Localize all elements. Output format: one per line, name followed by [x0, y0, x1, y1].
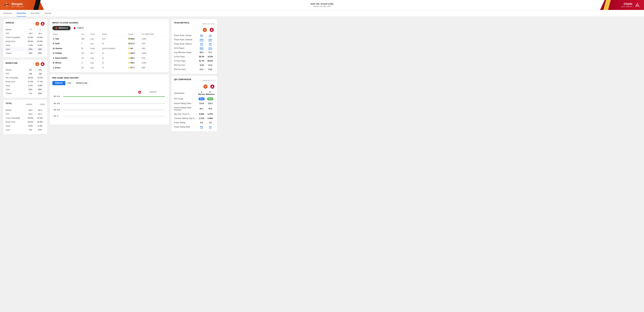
toggle-chiefs-icon — [74, 27, 76, 29]
spread-row: Break Even 49.4% 49.4% — [6, 40, 45, 44]
qb-bengals-rank[interactable]: 5th — [200, 126, 203, 128]
qb-row-label: PFF Grade — [174, 98, 197, 100]
metrics-bengals-rank[interactable]: 20th — [200, 39, 204, 41]
qb-comparison-card: QB COMPARISON Ranks out of 32 B Quarterb… — [172, 76, 217, 131]
ml-row-chiefs: -6.9% — [35, 85, 45, 87]
nav-best-bets[interactable]: Best Bets — [31, 10, 40, 17]
metrics-bengals-rank[interactable]: 28th — [200, 47, 204, 50]
total-header: TOTAL UNDER OVER — [6, 102, 45, 106]
col-injury: Injury — [90, 33, 102, 37]
bengals-toggle-btn[interactable]: BENGALS — [52, 26, 71, 30]
nav-lineups[interactable]: Lineups — [44, 10, 52, 17]
qb-chiefs-val: 112.3 — [208, 102, 212, 105]
moneyline-card: MONEYLINE B Market 267 -341 PFF 236 -236 — [3, 60, 47, 98]
ml-row-bengals: 27.2% — [26, 81, 35, 83]
total-title: TOTAL — [6, 102, 12, 105]
metrics-chiefs-val: 0.22 — [208, 68, 212, 71]
qb-row: Power Rating Rank 5th 1st — [174, 125, 214, 129]
grade-dot-icon — [128, 57, 130, 59]
metrics-row-label: EPA Per Run — [174, 64, 197, 66]
injury-grade: 67.3 — [128, 41, 141, 46]
metrics-chiefs-rank[interactable]: 1st — [209, 34, 212, 37]
metrics-chiefs-val: -0.11 — [208, 64, 212, 66]
ml-row: Value 2.3% -6.9% — [6, 84, 45, 88]
left-column: SPREAD B Market +7 -7 PFF +6.4 -6.4 — [3, 19, 47, 134]
grade-dot-icon — [128, 62, 130, 64]
qb-chiefs-rank[interactable]: 1st — [209, 126, 212, 128]
metrics-bengals-rank[interactable]: 3rd — [200, 43, 203, 46]
injury-grade: 62.8 — [128, 51, 141, 56]
spread-row-chiefs: 66% — [35, 52, 45, 54]
svg-text:B: B — [205, 86, 206, 88]
qb-bengals: 91.1 — [197, 108, 206, 110]
moneyline-header: MONEYLINE B — [6, 62, 45, 66]
chart-green-line-1 — [63, 96, 165, 97]
metrics-chiefs-rank[interactable]: 4th — [209, 43, 212, 46]
ml-row-chiefs: 93% — [35, 92, 45, 95]
ml-row-label: Break Even — [6, 81, 26, 83]
metrics-bengals-val: 65.5 — [200, 51, 204, 54]
spread-row-bengals: +6.4 — [26, 33, 35, 35]
nav-greenline[interactable]: Greenline — [17, 10, 26, 17]
qb-bengals-icon: B — [203, 84, 208, 89]
injury-war-rank: 43rd — [141, 41, 166, 46]
injury-grade: 69.6 — [128, 36, 141, 41]
metrics-row-label: % Pass Plays — [174, 60, 197, 62]
odds-spread-btn[interactable]: SPREAD — [52, 81, 65, 85]
metrics-chiefs-rank[interactable]: 12th — [208, 47, 212, 50]
qb-chiefs-grade-badge: 80.9 — [207, 97, 213, 100]
metrics-bengals: 28th — [197, 47, 206, 49]
col-pos: Pos — [81, 33, 90, 37]
spread-row-chiefs: -6.8% — [35, 44, 45, 47]
injury-player: R. Reiff — [52, 41, 81, 46]
injury-pos: LB — [81, 65, 90, 70]
nav-summary[interactable]: Summary — [3, 10, 12, 17]
metrics-row: EPA Per Run -0.16 -0.11 — [174, 63, 214, 67]
metrics-chiefs-val: 68.0% — [208, 60, 213, 62]
right-column: TEAM METRICS Ranks out of 32 B Power Ran… — [172, 19, 217, 134]
odds-ml-btn[interactable]: MONEYLINE — [74, 81, 90, 85]
spread-row-bengals: 51.8% — [26, 36, 35, 39]
injury-row: R. Reiff T Leg IR 67.3 43rd — [52, 41, 166, 46]
metrics-row: Avg Offensive Snaps 65.5 71.7 — [174, 50, 214, 55]
injury-pos: LB — [81, 56, 90, 61]
ml-row-chiefs: 77.1% — [35, 81, 45, 83]
metrics-chiefs-rank[interactable]: 13th — [208, 39, 212, 41]
spread-row-label: Cover Probability — [6, 36, 26, 39]
moneyline-table: Market 267 -341 PFF 236 -236 Win Probabi… — [6, 68, 45, 95]
ml-row-bengals: 236 — [26, 73, 35, 75]
metrics-logos: B — [174, 28, 214, 32]
qb-chiefs-val: 75.2 — [208, 108, 212, 110]
injury-row: A. Davis-Gaither LB Leg IR 60.2 67th — [52, 56, 166, 61]
metrics-bengals-val: 0.11 — [200, 68, 204, 71]
moneyline-title: MONEYLINE — [6, 62, 18, 64]
injury-player: D. Phillips — [52, 51, 81, 56]
ml-row: Break Even 27.2% 77.1% — [6, 80, 45, 84]
injury-type: Leg — [90, 56, 102, 61]
total-row-over: 54.5 — [35, 109, 45, 111]
total-row-over: 52.4% — [35, 121, 45, 123]
chiefs-toggle-btn[interactable]: CHIEFS — [71, 26, 86, 30]
qb-ranks-label: Ranks out of 32 — [202, 80, 214, 81]
metrics-chiefs: 32.0% — [206, 56, 214, 58]
metrics-row-label: Power Rank: Overall — [174, 34, 197, 37]
bengals-header: B Bengals 12-7 • ATS 12-7 — [0, 2, 34, 9]
qb-bengals: 5.06% — [197, 113, 206, 115]
injury-row: D. Phillips CB Arm IR 62.8 149th — [52, 51, 166, 56]
metrics-chiefs-val: 32.0% — [208, 56, 213, 58]
qb-bengals-val: 6.5 — [200, 122, 203, 124]
spread-row-label: Break Even — [6, 40, 26, 43]
ml-bengals-icon: B — [35, 62, 39, 66]
odds-ou-btn[interactable]: O/U — [65, 81, 74, 85]
metrics-chiefs: 68.0% — [206, 60, 214, 62]
qb-chiefs: 80.9 — [206, 97, 214, 100]
spread-row-label: PFF — [6, 33, 26, 35]
metrics-chiefs: 12th — [206, 47, 214, 49]
metrics-bengals-rank[interactable]: 8th — [200, 34, 203, 37]
chiefs-name: Chiefs — [621, 2, 632, 6]
grade-dot-icon — [128, 48, 130, 49]
ml-row: PFF 236 -236 — [6, 72, 45, 76]
injury-row: A. Tate WR Leg IR-R 69.6 115th — [52, 36, 166, 41]
ml-row-bengals: 29.5% — [26, 77, 35, 79]
injury-type: Leg — [90, 41, 102, 46]
